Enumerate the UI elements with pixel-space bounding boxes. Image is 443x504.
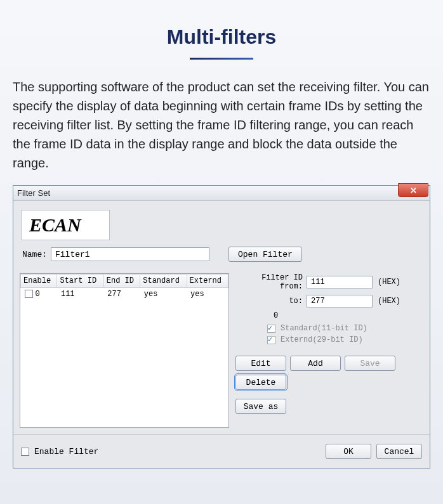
filter-table[interactable]: Enable Start ID End ID Standard Externd … bbox=[20, 273, 229, 428]
hex-1: (HEX) bbox=[378, 278, 400, 287]
page-description: The supporting software of the product c… bbox=[0, 60, 443, 185]
externd-checkbox[interactable] bbox=[267, 336, 275, 344]
table-row[interactable]: 0 111 277 yes yes bbox=[21, 288, 228, 301]
cell-enable: 0 bbox=[36, 290, 40, 299]
open-filter-button[interactable]: Open Filter bbox=[228, 247, 302, 262]
to-label: to: bbox=[235, 297, 303, 306]
add-button[interactable]: Add bbox=[290, 356, 341, 371]
name-input[interactable] bbox=[51, 247, 209, 261]
logo: ECAN bbox=[29, 214, 102, 236]
delete-button[interactable]: Delete bbox=[235, 375, 286, 390]
th-end-id[interactable]: End ID bbox=[103, 275, 140, 288]
page-title: Multi-filters bbox=[0, 0, 443, 49]
cell-end: 277 bbox=[103, 288, 140, 301]
th-externd[interactable]: Externd bbox=[187, 275, 228, 288]
enable-filter-checkbox[interactable] bbox=[21, 448, 29, 456]
row-checkbox[interactable] bbox=[25, 290, 33, 298]
name-row: Name: Open Filter bbox=[13, 247, 430, 269]
standard-checkbox[interactable] bbox=[267, 325, 275, 333]
hex-2: (HEX) bbox=[378, 297, 400, 306]
filter-set-window: Filter Set ✕ ECAN Name: Open Filter Enab… bbox=[13, 185, 430, 468]
enable-filter-label: Enable Filter bbox=[34, 447, 98, 456]
bottom-row: Enable Filter OK Cancel bbox=[13, 434, 430, 468]
ok-button[interactable]: OK bbox=[326, 444, 371, 459]
to-input[interactable] bbox=[307, 295, 373, 307]
cell-externd: yes bbox=[187, 288, 228, 301]
cell-start: 111 bbox=[57, 288, 103, 301]
main-area: Enable Start ID End ID Standard Externd … bbox=[13, 269, 430, 434]
window-title: Filter Set bbox=[17, 188, 50, 198]
titlebar: Filter Set ✕ bbox=[13, 186, 430, 201]
standard-check-label: Standard(11-bit ID) bbox=[281, 324, 367, 333]
save-button[interactable]: Save bbox=[345, 356, 395, 371]
close-button[interactable]: ✕ bbox=[398, 183, 428, 197]
th-start-id[interactable]: Start ID bbox=[57, 275, 103, 288]
th-standard[interactable]: Standard bbox=[140, 275, 187, 288]
cell-standard: yes bbox=[140, 288, 187, 301]
right-panel: Filter ID from: (HEX) to: (HEX) 0 Standa… bbox=[235, 273, 423, 428]
cancel-button[interactable]: Cancel bbox=[376, 444, 422, 459]
zero-label: 0 bbox=[235, 311, 423, 320]
logo-area: ECAN bbox=[21, 210, 110, 240]
from-input[interactable] bbox=[307, 276, 373, 288]
th-enable[interactable]: Enable bbox=[21, 275, 57, 288]
edit-button[interactable]: Edit bbox=[235, 356, 286, 371]
name-label: Name: bbox=[22, 250, 47, 259]
save-as-button[interactable]: Save as bbox=[235, 399, 286, 414]
externd-check-label: Externd(29-bit ID) bbox=[281, 335, 363, 344]
from-label: Filter ID from: bbox=[235, 273, 303, 291]
